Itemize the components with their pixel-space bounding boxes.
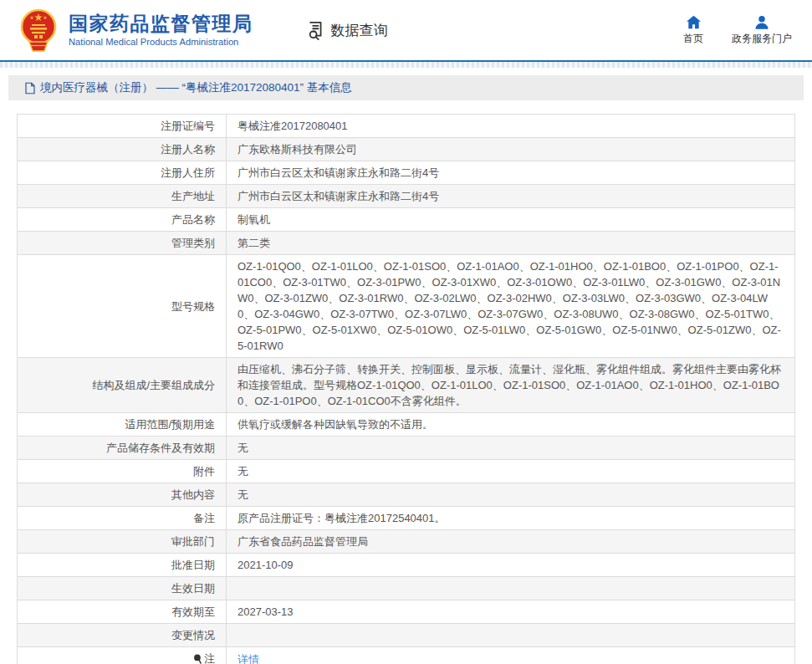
breadcrumb-text: 境内医疗器械（注册） —— “粤械注准20172080401” 基本信息 <box>40 80 352 95</box>
row-value: 由压缩机、沸石分子筛、转换开关、控制面板、显示板、流量计、湿化瓶、雾化组件组成。… <box>227 358 795 413</box>
nav-data-query[interactable]: 数据查询 <box>305 19 388 42</box>
nav-home-label: 首页 <box>683 32 703 46</box>
brand[interactable]: 国家药品监督管理局 National Medical Products Admi… <box>17 8 253 53</box>
row-label: 适用范围/预期用途 <box>18 413 227 437</box>
site-header: 国家药品监督管理局 National Medical Products Admi… <box>0 0 812 60</box>
row-label: 变更情况 <box>18 624 227 647</box>
national-emblem-icon <box>17 8 60 53</box>
row-value <box>227 577 795 600</box>
row-value: 无 <box>227 460 795 483</box>
row-value: 制氧机 <box>227 208 795 232</box>
row-value: 广州市白云区太和镇谢家庄永和路二街4号 <box>227 185 795 208</box>
row-label: 生产地址 <box>18 185 227 208</box>
row-label: 其他内容 <box>18 483 227 507</box>
nav-portal-label: 政务服务门户 <box>732 32 792 46</box>
table-wrap: 注册证编号粤械注准20172080401注册人名称广东欧格斯科技有限公司注册人住… <box>17 114 795 664</box>
row-label: 注册证编号 <box>18 115 227 138</box>
row-value: 2027-03-13 <box>227 600 795 624</box>
header-strip <box>0 62 812 68</box>
table-row: 产品储存条件及有效期无 <box>18 437 795 460</box>
page: 国家药品监督管理局 National Medical Products Admi… <box>0 0 812 664</box>
table-row: 管理类别第二类 <box>18 232 795 255</box>
user-icon <box>754 15 769 29</box>
note-icon <box>193 652 202 664</box>
row-value: 详情 <box>227 647 795 664</box>
row-label: 备注 <box>18 507 227 530</box>
row-label: 审批部门 <box>18 530 227 554</box>
row-label: 注 <box>18 647 227 664</box>
table-row: 批准日期2021-10-09 <box>18 554 795 577</box>
row-label: 注册人名称 <box>18 138 227 161</box>
row-label: 批准日期 <box>18 554 227 577</box>
table-row: 生效日期 <box>18 577 795 600</box>
row-label: 注册人住所 <box>18 161 227 185</box>
table-row: 注册人名称广东欧格斯科技有限公司 <box>18 138 795 161</box>
row-value: 供氧疗或缓解各种因缺氧导致的不适用。 <box>227 413 795 437</box>
row-label: 型号规格 <box>18 255 227 358</box>
table-body: 注册证编号粤械注准20172080401注册人名称广东欧格斯科技有限公司注册人住… <box>18 115 795 664</box>
row-label: 产品名称 <box>18 208 227 232</box>
nav-data-query-label: 数据查询 <box>331 21 388 40</box>
row-label: 产品储存条件及有效期 <box>18 437 227 460</box>
site-subtitle: National Medical Products Administration <box>69 37 253 48</box>
document-icon <box>24 82 36 94</box>
table-row: 注册证编号粤械注准20172080401 <box>18 115 795 138</box>
table-row: 适用范围/预期用途供氧疗或缓解各种因缺氧导致的不适用。 <box>18 413 795 437</box>
row-value: 无 <box>227 437 795 460</box>
table-row: 变更情况 <box>18 624 795 647</box>
row-value: 原产品注册证号：粤械注准20172540401。 <box>227 507 795 530</box>
table-row: 生产地址广州市白云区太和镇谢家庄永和路二街4号 <box>18 185 795 208</box>
row-label: 生效日期 <box>18 577 227 600</box>
row-value: 广东省食品药品监督管理局 <box>227 530 795 554</box>
detail-link[interactable]: 详情 <box>237 653 259 664</box>
row-value: 粤械注准20172080401 <box>227 115 795 138</box>
row-value: 广州市白云区太和镇谢家庄永和路二街4号 <box>227 161 795 185</box>
site-title: 国家药品监督管理局 <box>69 13 253 34</box>
table-row: 有效期至2027-03-13 <box>18 600 795 624</box>
row-label: 有效期至 <box>18 600 227 624</box>
table-row: 其他内容无 <box>18 483 795 507</box>
row-value: OZ-1-01QO0、OZ-1-01LO0、OZ-1-01SO0、OZ-1-01… <box>227 255 795 358</box>
content-panel: 境内医疗器械（注册） —— “粤械注准20172080401” 基本信息 注册证… <box>0 68 812 664</box>
table-row: 备注原产品注册证号：粤械注准20172540401。 <box>18 507 795 530</box>
home-icon <box>686 15 702 29</box>
row-value: 2021-10-09 <box>227 554 795 577</box>
row-value: 广东欧格斯科技有限公司 <box>227 138 795 161</box>
info-table: 注册证编号粤械注准20172080401注册人名称广东欧格斯科技有限公司注册人住… <box>17 114 795 664</box>
row-value <box>227 624 795 647</box>
table-row: 型号规格OZ-1-01QO0、OZ-1-01LO0、OZ-1-01SO0、OZ-… <box>18 255 795 358</box>
nav-portal[interactable]: 政务服务门户 <box>732 15 792 46</box>
table-row: 产品名称制氧机 <box>18 208 795 232</box>
table-row: 结构及组成/主要组成成分由压缩机、沸石分子筛、转换开关、控制面板、显示板、流量计… <box>18 358 795 413</box>
breadcrumb: 境内医疗器械（注册） —— “粤械注准20172080401” 基本信息 <box>8 75 804 100</box>
row-value: 第二类 <box>227 232 795 255</box>
data-query-icon <box>305 19 328 42</box>
table-row: 注详情 <box>18 647 795 664</box>
table-row: 注册人住所广州市白云区太和镇谢家庄永和路二街4号 <box>18 161 795 185</box>
row-label: 管理类别 <box>18 232 227 255</box>
row-label: 结构及组成/主要组成成分 <box>18 358 227 413</box>
row-value: 无 <box>227 483 795 507</box>
nav-home[interactable]: 首页 <box>683 15 703 46</box>
table-row: 审批部门广东省食品药品监督管理局 <box>18 530 795 554</box>
row-label: 附件 <box>18 460 227 483</box>
table-row: 附件无 <box>18 460 795 483</box>
